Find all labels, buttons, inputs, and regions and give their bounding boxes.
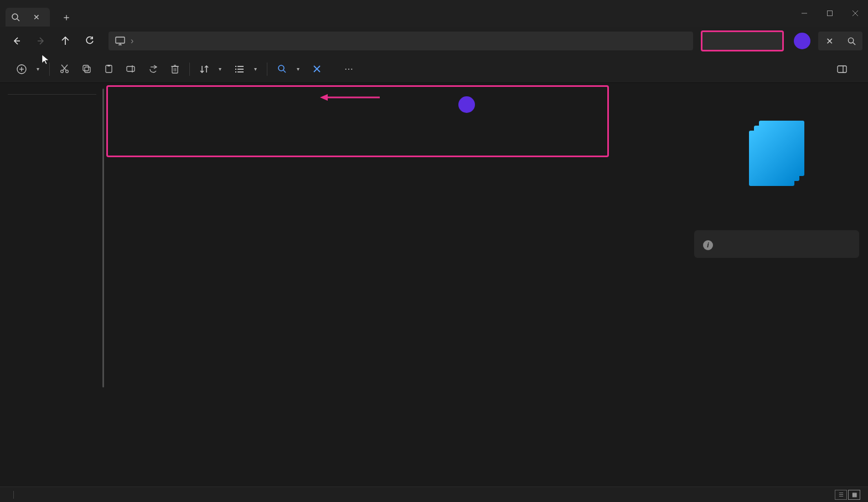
sort-icon [200,65,209,74]
copy-button[interactable] [75,59,97,79]
annotation-badge-2 [458,96,475,113]
paste-button[interactable] [97,59,120,79]
svg-rect-3 [828,11,833,16]
svg-line-13 [852,42,855,44]
annotation-badge-1 [794,33,810,49]
svg-rect-28 [172,66,178,73]
svg-line-1 [17,19,19,21]
search-options-button[interactable]: ▾ [271,59,306,79]
clear-search-button[interactable]: ✕ [818,32,840,50]
more-button[interactable]: ⋯ [338,59,360,79]
up-button[interactable] [54,31,76,51]
details-info-card: i [694,230,859,258]
sort-button[interactable]: ▾ [193,59,228,79]
delete-button[interactable] [164,59,186,79]
details-toggle-button[interactable] [830,59,858,79]
view-icon [235,65,244,73]
new-button[interactable]: ▾ [10,59,46,79]
svg-point-18 [65,70,68,73]
view-details-toggle[interactable]: ☰ [835,490,847,500]
window-controls [792,2,868,24]
svg-point-17 [60,70,63,73]
forward-button[interactable] [30,31,52,51]
cursor-icon [42,54,49,65]
svg-rect-9 [116,37,125,43]
search-input[interactable] [702,37,782,46]
annotation-arrow [320,92,381,103]
search-icon [11,13,20,22]
search-box-highlight [701,30,784,51]
plus-circle-icon [17,64,27,74]
chevron-right-icon: › [131,36,133,46]
rename-button[interactable] [120,59,142,79]
svg-point-41 [278,65,284,71]
address-bar[interactable]: › [108,32,693,50]
share-button[interactable] [142,59,164,79]
close-search-button[interactable] [306,59,332,79]
command-bar: ▾ ▾ ▾ ▾ ⋯ [0,55,868,83]
svg-rect-21 [83,65,89,71]
back-button[interactable] [6,31,28,51]
titlebar: ✕ ＋ [0,0,868,27]
view-thumbnails-toggle[interactable]: ▦ [848,490,860,500]
minimize-button[interactable] [792,2,817,24]
svg-line-42 [283,70,286,73]
svg-rect-25 [127,66,135,71]
close-window-button[interactable] [843,2,868,24]
status-bar: ☰ ▦ [0,487,868,502]
svg-rect-45 [838,66,846,73]
svg-point-0 [12,14,18,19]
view-button[interactable]: ▾ [228,59,264,79]
new-tab-button[interactable]: ＋ [55,8,78,26]
folder-stack-icon [749,121,804,187]
active-tab[interactable]: ✕ [6,8,50,27]
svg-rect-22 [85,67,90,73]
results-area [104,83,685,487]
search-options-icon [277,64,287,74]
svg-point-12 [848,38,853,43]
tab-close-button[interactable]: ✕ [29,9,44,25]
monitor-icon [115,37,125,45]
navigation-bar: › ✕ [0,27,868,55]
info-icon: i [703,240,713,250]
details-pane-icon [837,65,847,73]
svg-rect-24 [107,65,110,66]
search-submit-button[interactable] [840,32,862,50]
navigation-sidebar [0,83,104,487]
close-x-icon [313,65,321,73]
maximize-button[interactable] [817,2,843,24]
refresh-button[interactable] [79,31,101,51]
svg-marker-48 [320,94,328,101]
cut-button[interactable] [53,59,75,79]
details-pane: i [685,83,868,487]
